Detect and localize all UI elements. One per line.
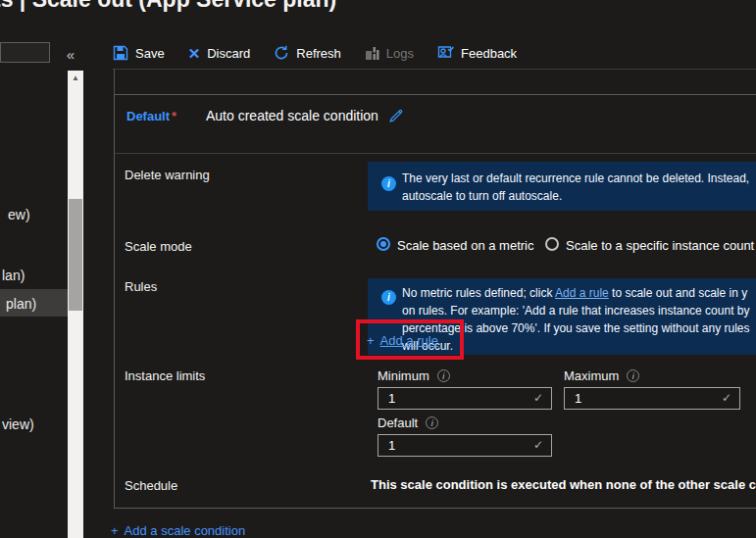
radio-label[interactable]: Scale based on a metric <box>397 238 533 253</box>
radio-scale-to-instance-count[interactable] <box>545 237 559 251</box>
sidebar-item[interactable]: lan) <box>2 268 25 283</box>
logs-button[interactable]: Logs <box>365 46 414 61</box>
delete-warning-infobox: i The very last or default recurrence ru… <box>368 162 756 211</box>
refresh-button[interactable]: Refresh <box>274 45 341 61</box>
add-rule-link[interactable]: +Add a rule <box>367 333 438 348</box>
default-instances-input[interactable] <box>378 434 552 457</box>
sidebar-search-input[interactable] <box>0 42 50 63</box>
infobox-text-line: on rules. For example: 'Add a rule that … <box>402 304 749 318</box>
required-asterisk: * <box>172 109 176 123</box>
info-icon: i <box>381 290 396 305</box>
sidebar-scrollbar-thumb[interactable] <box>69 199 82 311</box>
sidebar-item[interactable]: plan) <box>6 296 36 312</box>
instance-limits-label: Instance limits <box>125 368 205 383</box>
toolbar-divider <box>113 69 756 70</box>
infobox-text-line: The very last or default recurrence rule… <box>402 171 749 185</box>
info-icon[interactable]: i <box>437 369 450 382</box>
feedback-button[interactable]: Feedback <box>437 45 517 61</box>
maximum-field-label: Maximumi <box>564 368 639 383</box>
sidebar-item[interactable]: view) <box>2 416 34 432</box>
infobox-text-line: No metric rules defined; click Add a rul… <box>402 286 747 300</box>
radio-label[interactable]: Scale to a specific instance count <box>566 238 754 253</box>
feedback-icon <box>437 45 454 61</box>
rules-label: Rules <box>125 279 157 294</box>
info-icon[interactable]: i <box>627 369 639 382</box>
add-scale-condition-link[interactable]: +Add a scale condition <box>111 523 245 538</box>
sidebar-item[interactable]: ew) <box>8 207 30 222</box>
save-icon <box>113 45 128 61</box>
up-arrow-icon: ▲ <box>72 73 79 82</box>
scrollbar-up-button[interactable]: ▲ <box>68 71 83 85</box>
chevrons-left-icon: « <box>67 46 75 63</box>
maximum-instances-input[interactable] <box>564 387 740 410</box>
minimum-instances-input[interactable] <box>378 387 552 410</box>
info-icon: i <box>381 176 396 191</box>
valid-check-icon: ✓ <box>722 391 731 405</box>
default-field-label: Defaulti <box>378 416 438 430</box>
row-divider <box>115 153 756 154</box>
condition-name-label: Default* <box>126 109 176 123</box>
logs-icon <box>365 46 379 61</box>
minimum-field-label: Minimumi <box>378 368 450 383</box>
plus-icon: + <box>367 333 375 348</box>
radio-scale-based-on-metric[interactable] <box>377 237 390 251</box>
plus-icon: + <box>111 523 119 538</box>
refresh-icon <box>274 45 289 61</box>
content-left-border <box>114 69 115 95</box>
collapse-sidebar-button[interactable]: « <box>59 43 82 65</box>
delete-warning-label: Delete warning <box>125 168 210 182</box>
valid-check-icon: ✓ <box>533 438 543 452</box>
valid-check-icon: ✓ <box>533 391 543 405</box>
edit-icon[interactable] <box>387 107 405 124</box>
discard-button[interactable]: ✕ Discard <box>188 46 251 61</box>
schedule-text: This scale condition is executed when no… <box>371 477 756 492</box>
scale-mode-label: Scale mode <box>125 239 192 254</box>
save-button[interactable]: Save <box>113 45 165 61</box>
discard-x-icon: ✕ <box>188 46 201 61</box>
azure-portal-screen: ts | Scale out (App Service plan) « ew) … <box>0 0 756 538</box>
condition-name-value: Auto created scale condition <box>206 108 378 123</box>
command-bar: Save ✕ Discard Refresh <box>113 40 517 66</box>
add-a-rule-inline-link[interactable]: Add a rule <box>555 286 609 300</box>
page-title: ts | Scale out (App Service plan) <box>0 0 336 13</box>
schedule-label: Schedule <box>125 478 177 493</box>
infobox-text-line: percentage is above 70%'. If you save th… <box>402 321 750 335</box>
info-icon[interactable]: i <box>426 416 438 429</box>
infobox-text-line: autoscale to turn off autoscale. <box>402 189 562 203</box>
